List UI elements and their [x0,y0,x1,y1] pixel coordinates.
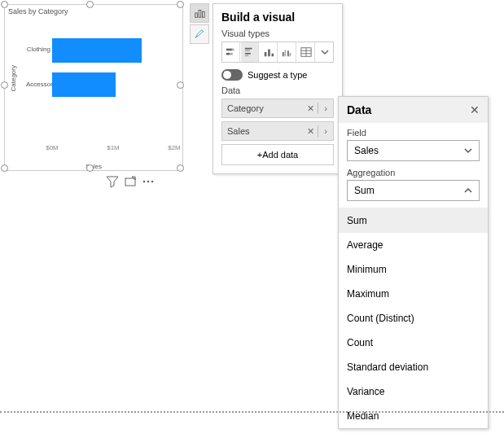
aggregation-option-minimum[interactable]: Minimum [339,257,488,282]
aggregation-option-median[interactable]: Median [339,404,488,428]
resize-handle-ne[interactable] [177,1,184,8]
build-visual-tab[interactable] [190,3,209,23]
x-axis: $0M $1M $2M [52,144,174,160]
svg-rect-13 [244,53,250,55]
aggregation-dropdown[interactable]: Sum [347,180,480,201]
chart-plot-area: Clothing Accessories [26,28,174,146]
field-well-sales[interactable]: Sales ✕ › [221,121,334,141]
svg-rect-21 [289,53,291,56]
aggregation-label: Aggregation [347,168,480,177]
build-visual-panel: Build a visual Visual types On Suggest a… [213,3,343,174]
svg-rect-20 [287,50,289,56]
filter-icon[interactable] [106,175,119,188]
panel-title: Build a visual [221,11,334,24]
bar-accessories [52,72,116,97]
svg-rect-12 [244,50,249,51]
aggregation-option-variance[interactable]: Variance [339,379,488,404]
more-options-icon[interactable] [142,175,155,188]
svg-rect-9 [226,53,229,55]
field-dropdown-value: Sales [354,145,379,156]
x-tick: $1M [107,144,120,151]
svg-rect-7 [226,49,231,51]
field-label: Field [347,128,480,138]
svg-rect-0 [125,178,135,186]
suggest-type-row: On Suggest a type [221,69,334,81]
data-flyout-header: Data ✕ [339,97,488,123]
visual-types-label: Visual types [221,28,334,38]
svg-rect-6 [203,11,205,17]
visual-type-more[interactable] [316,42,333,62]
visual-toolbar [106,175,155,188]
format-visual-tab[interactable] [190,24,209,44]
field-menu-icon[interactable]: › [318,103,333,113]
resize-handle-nw[interactable] [1,1,8,8]
resize-handle-n[interactable] [86,1,94,8]
add-data-button[interactable]: +Add data [221,144,334,165]
resize-handle-se[interactable] [177,164,184,172]
visual-pane-tabs [190,3,209,44]
data-flyout-title: Data [347,103,371,116]
svg-rect-19 [284,50,286,56]
svg-rect-17 [271,54,274,57]
visual-type-clustered-column[interactable] [278,42,296,62]
resize-handle-e[interactable] [177,81,184,89]
svg-rect-14 [244,55,248,57]
x-tick: $0M [46,144,59,151]
aggregation-dropdown-value: Sum [354,185,375,196]
x-tick: $2M [168,144,181,151]
svg-point-2 [147,181,150,183]
field-well-category[interactable]: Category ✕ › [221,99,334,118]
remove-field-icon[interactable]: ✕ [303,103,318,114]
svg-point-3 [151,181,154,183]
focus-mode-icon[interactable] [124,175,137,188]
resize-handle-sw[interactable] [1,164,8,172]
visual-types-row [221,42,334,63]
aggregation-option-stddev[interactable]: Standard deviation [339,355,488,379]
bar-chart-icon [194,7,205,19]
resize-handle-s[interactable] [86,164,94,172]
resize-handle-w[interactable] [1,81,8,89]
data-flyout-panel: Data ✕ Field Sales Aggregation Sum Sum A… [338,96,489,429]
visual-type-table[interactable] [297,42,315,62]
chevron-down-icon [464,147,472,155]
aggregation-option-maximum[interactable]: Maximum [339,282,488,306]
svg-rect-11 [244,48,252,50]
close-icon[interactable]: ✕ [470,103,480,116]
svg-rect-15 [264,52,266,56]
data-section-label: Data [221,85,334,95]
visual-type-clustered-bar[interactable] [241,42,259,62]
suggest-type-label: Suggest a type [248,70,307,80]
aggregation-option-count[interactable]: Count [339,331,488,355]
field-name: Category [222,103,303,113]
field-menu-icon[interactable]: › [318,126,333,136]
svg-rect-18 [282,52,283,56]
svg-point-1 [143,181,146,183]
svg-rect-16 [268,50,270,57]
y-axis-label: Category [10,65,17,91]
chart-visual[interactable]: Sales by Category Category Clothing Acce… [4,4,183,171]
aggregation-option-average[interactable]: Average [339,233,488,257]
canvas-boundary [0,411,504,413]
chart-title: Sales by Category [5,5,182,18]
chevron-down-icon [321,48,329,56]
suggest-type-toggle[interactable]: On [221,69,243,81]
aggregation-options-list: Sum Average Minimum Maximum Count (Disti… [339,208,488,428]
visual-type-column[interactable] [260,42,278,62]
paintbrush-icon [194,28,205,40]
field-name: Sales [222,126,303,136]
field-dropdown[interactable]: Sales [347,140,480,161]
chevron-up-icon [464,186,472,195]
svg-rect-4 [195,13,198,17]
svg-rect-10 [230,53,233,55]
bar-clothing [52,38,142,63]
aggregation-option-sum[interactable]: Sum [339,208,488,233]
remove-field-icon[interactable]: ✕ [303,126,318,137]
category-label: Clothing [26,46,50,53]
svg-rect-8 [231,49,234,51]
svg-rect-5 [199,11,201,18]
category-label: Accessories [26,81,50,88]
aggregation-option-count-distinct[interactable]: Count (Distinct) [339,306,488,331]
visual-type-stacked-bar[interactable] [222,42,240,62]
